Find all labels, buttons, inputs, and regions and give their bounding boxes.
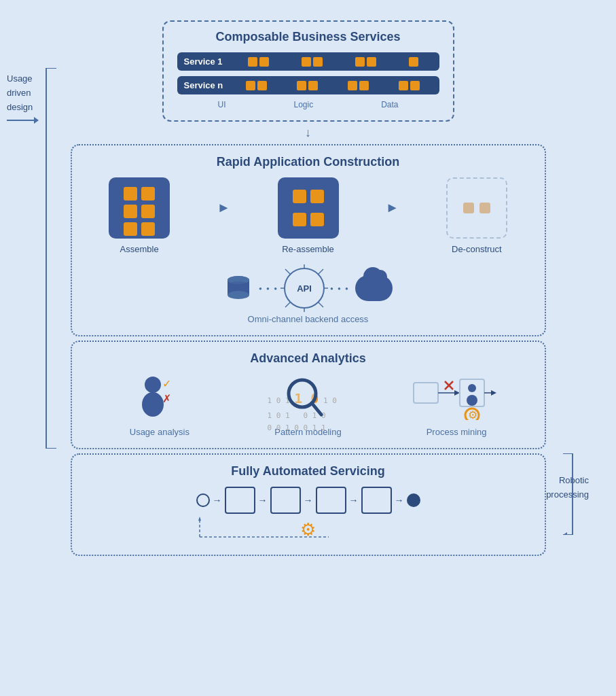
service-n-bar: Service n [177, 76, 439, 94]
backend-section: ● ● ● [86, 268, 531, 324]
svg-marker-37 [563, 532, 567, 535]
rapid-item-deconstruct: De-construct [446, 177, 507, 254]
flow-arrow-3: → [304, 495, 313, 506]
svg-text:⚙: ⚙ [468, 409, 477, 420]
svg-point-28 [468, 384, 476, 392]
svg-rect-22 [414, 383, 438, 403]
flow-box-4 [361, 487, 392, 514]
section-rapid: Rapid Application Construction Assemble [71, 144, 546, 336]
dot-connector-left: ● ● ● [259, 285, 278, 292]
service-1-blocks [234, 57, 433, 67]
usage-icon-area: ✓ ✗ [134, 374, 185, 421]
dot-connector-right: ● ● ● [330, 285, 350, 292]
flow-arrow-5: → [395, 495, 404, 506]
flow-arrow-1: → [213, 495, 222, 506]
cloud-icon [355, 275, 393, 301]
footer-data: Data [381, 100, 398, 109]
process-mining-label: Process mining [427, 427, 487, 437]
service-footer: UI Logic Data [177, 100, 439, 109]
pattern-icon-area: 1 0 1 1 0 1 0 1 0 1 0 1 0 0 0 1 0 0 1 1 [267, 374, 348, 421]
svg-point-5 [228, 291, 249, 299]
svg-point-7 [228, 281, 249, 290]
flow-start-circle [196, 493, 210, 507]
deconstruct-label: De-construct [452, 244, 502, 254]
arrow-reassemble-deconstruct: ► [386, 200, 399, 215]
svg-point-29 [467, 395, 477, 406]
section-automated: Fully Automated Servicing → → → → → [71, 453, 546, 556]
svg-text:✗: ✗ [162, 393, 171, 404]
assemble-label: Assemble [120, 244, 159, 254]
section-automated-wrapper: Robotic processing Fully Automated Servi… [14, 453, 602, 556]
rapid-item-assemble: Assemble [109, 177, 170, 254]
usage-analysis-label: Usage analysis [130, 427, 189, 437]
service-1-label: Service 1 [184, 56, 228, 67]
flow-box-3 [316, 487, 346, 514]
flow-arrow-4: → [349, 495, 359, 506]
svg-marker-26 [454, 390, 460, 396]
process-icon-area: ⚙ [412, 374, 501, 421]
backend-icons: ● ● ● [223, 268, 393, 309]
api-hub: API [284, 268, 325, 309]
svg-text:✓: ✓ [162, 378, 171, 389]
rapid-item-reassemble: Re-assemble [278, 177, 339, 254]
database-icon [223, 273, 253, 303]
flow-end-circle [407, 493, 420, 507]
svg-marker-31 [491, 390, 496, 396]
flow-diagram: → → → → → [86, 487, 531, 514]
flow-feedback-line [193, 517, 424, 544]
composable-box: Composable Business Services Service 1 S… [162, 20, 454, 122]
backend-label: Omni-channel backend access [248, 314, 369, 324]
usage-analysis-icon: ✓ ✗ [134, 374, 185, 421]
left-bracket-svg [12, 68, 60, 449]
down-arrow-1: ↓ [14, 126, 602, 140]
automated-title: Fully Automated Servicing [86, 464, 531, 478]
deconstruct-icon [446, 177, 507, 239]
main-container: Usage driven design Composable Business … [0, 0, 616, 696]
usage-driven-label: Usage driven design [7, 72, 39, 124]
section-composable: Composable Business Services Service 1 S… [14, 20, 602, 122]
section-rapid-wrapper: Rapid Application Construction Assemble [14, 144, 602, 336]
service-1-bar: Service 1 [177, 52, 439, 71]
process-mining-icon: ⚙ [412, 376, 501, 420]
analytics-title: Advanced Analytics [86, 351, 531, 366]
flow-arrow-2: → [258, 495, 268, 506]
reassemble-icon [278, 177, 339, 239]
magnifier-icon [286, 377, 323, 421]
assemble-icon [109, 177, 170, 239]
flow-box-1 [225, 487, 255, 514]
svg-line-21 [312, 403, 321, 415]
composable-title: Composable Business Services [177, 30, 439, 44]
rapid-title: Rapid Application Construction [86, 155, 531, 169]
section-analytics: Advanced Analytics ✓ ✗ [71, 341, 546, 449]
analytics-pattern: 1 0 1 1 0 1 0 1 0 1 0 1 0 0 0 1 0 0 1 1 … [253, 374, 362, 437]
analytics-items: ✓ ✗ Usage analysis 1 0 1 1 0 1 0 1 0 1 0… [86, 374, 531, 437]
analytics-usage: ✓ ✗ Usage analysis [105, 374, 214, 437]
reassemble-label: Re-assemble [282, 244, 334, 254]
section-analytics-wrapper: Advanced Analytics ✓ ✗ [14, 341, 602, 449]
footer-ui: UI [217, 100, 225, 109]
arrow-assemble-reassemble: ► [217, 200, 230, 215]
flow-box-2 [270, 487, 301, 514]
analytics-process: ⚙ Process mining [402, 374, 511, 437]
footer-logic: Logic [293, 100, 313, 109]
svg-point-17 [142, 392, 164, 417]
svg-point-16 [145, 377, 161, 393]
right-bracket-svg [559, 453, 586, 535]
svg-marker-40 [198, 517, 201, 521]
service-n-label: Service n [184, 80, 228, 90]
rapid-items: Assemble ► Re-assemble ► [86, 177, 531, 254]
service-n-blocks [234, 81, 433, 90]
api-label: API [284, 268, 325, 309]
